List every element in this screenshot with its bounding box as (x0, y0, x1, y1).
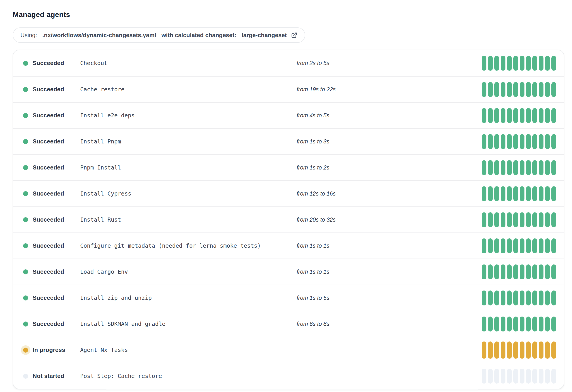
progress-bar (551, 342, 556, 359)
progress-bar (513, 264, 518, 279)
status-cell: Succeeded (23, 86, 80, 93)
agent-row[interactable]: Not startedPost Step: Cache restore (13, 363, 564, 389)
progress-bar (494, 82, 499, 97)
page-title: Managed agents (13, 10, 564, 19)
progress-bar (507, 369, 512, 384)
progress-bar (501, 212, 506, 227)
progress-bar (482, 160, 486, 175)
agent-row[interactable]: SucceededPnpm Installfrom 1s to 2s (13, 154, 564, 180)
progress-bar (539, 82, 543, 97)
progress-bar (526, 342, 531, 359)
agent-row[interactable]: SucceededInstall e2e depsfrom 4s to 5s (13, 102, 564, 128)
progress-bar (551, 56, 556, 71)
agent-row[interactable]: SucceededConfigure git metadata (needed … (13, 232, 564, 259)
progress-bar (526, 212, 531, 227)
progress-bar (507, 317, 512, 331)
progress-bar (482, 238, 486, 253)
progress-bar (520, 82, 524, 97)
duration-text: from 12s to 16s (297, 190, 335, 197)
progress-bar (494, 212, 499, 227)
progress-bar (545, 134, 550, 149)
progress-bar (482, 212, 486, 227)
progress-bar (488, 108, 493, 123)
status-label: Succeeded (32, 242, 64, 249)
progress-bars (482, 186, 556, 201)
progress-bar (545, 291, 550, 305)
progress-bars (482, 56, 556, 71)
agent-row[interactable]: In progressAgent Nx Tasks (13, 337, 564, 363)
progress-bar (520, 108, 524, 123)
progress-bars (482, 369, 556, 384)
progress-bar (551, 134, 556, 149)
progress-bar (501, 264, 506, 279)
progress-bar (520, 369, 524, 384)
progress-bar (501, 134, 506, 149)
workflow-banner[interactable]: Using: .nx/workflows/dynamic-changesets.… (13, 27, 305, 43)
step-name: Install SDKMAN and gradle (80, 321, 297, 327)
progress-bar (551, 291, 556, 305)
step-name: Pnpm Install (80, 164, 297, 171)
progress-bar (532, 264, 537, 279)
progress-bar (488, 56, 493, 71)
status-dot-succeeded (23, 217, 28, 222)
status-cell: Succeeded (23, 138, 80, 145)
progress-bar (482, 291, 486, 305)
progress-bar (507, 264, 512, 279)
status-cell: Not started (23, 373, 80, 379)
managed-agents-page: Managed agents Using: .nx/workflows/dyna… (0, 0, 572, 391)
progress-bar (526, 317, 531, 331)
progress-bar (488, 342, 493, 359)
agent-row[interactable]: SucceededCheckoutfrom 2s to 5s (13, 50, 564, 76)
progress-bar (532, 291, 537, 305)
progress-bar (539, 291, 543, 305)
progress-bar (551, 317, 556, 331)
progress-bar (482, 369, 486, 384)
external-link-icon[interactable] (291, 32, 298, 38)
progress-bar (488, 264, 493, 279)
progress-bar (532, 160, 537, 175)
progress-bar (494, 317, 499, 331)
status-cell: Succeeded (23, 242, 80, 249)
agent-row[interactable]: SucceededLoad Cargo Envfrom 1s to 1s (13, 259, 564, 285)
status-dot-succeeded (23, 113, 28, 118)
progress-bar (520, 342, 524, 359)
progress-bar (551, 186, 556, 201)
status-dot-not-started (23, 374, 28, 379)
agent-row[interactable]: SucceededInstall Cypressfrom 12s to 16s (13, 180, 564, 206)
progress-bar (551, 82, 556, 97)
progress-bars (482, 317, 556, 331)
progress-bar (482, 134, 486, 149)
agent-row[interactable]: SucceededInstall Pnpmfrom 1s to 3s (13, 128, 564, 154)
agent-row[interactable]: SucceededInstall SDKMAN and gradlefrom 6… (13, 311, 564, 337)
progress-bar (501, 291, 506, 305)
step-name: Load Cargo Env (80, 268, 297, 275)
status-label: Succeeded (32, 320, 64, 327)
progress-bar (507, 82, 512, 97)
agent-row[interactable]: SucceededInstall Rustfrom 20s to 32s (13, 206, 564, 232)
progress-bar (532, 238, 537, 253)
status-cell: Succeeded (23, 190, 80, 197)
progress-bars (482, 291, 556, 305)
progress-bar (545, 342, 550, 359)
progress-bar (513, 369, 518, 384)
status-label: Succeeded (32, 268, 64, 275)
duration-text: from 1s to 3s (297, 138, 330, 145)
progress-bar (532, 369, 537, 384)
progress-bars (482, 264, 556, 279)
agent-row[interactable]: SucceededInstall zip and unzipfrom 1s to… (13, 285, 564, 311)
progress-bar (545, 212, 550, 227)
progress-bar (545, 56, 550, 71)
status-cell: Succeeded (23, 60, 80, 67)
progress-bar (539, 134, 543, 149)
progress-bar (526, 238, 531, 253)
agent-row[interactable]: SucceededCache restorefrom 19s to 22s (13, 76, 564, 102)
progress-bar (507, 108, 512, 123)
progress-bar (501, 317, 506, 331)
status-dot-in-progress (23, 348, 28, 353)
progress-bar (494, 369, 499, 384)
status-label: Succeeded (32, 86, 64, 93)
progress-bar (532, 186, 537, 201)
status-label: Not started (32, 373, 64, 379)
progress-bar (507, 342, 512, 359)
progress-bar (482, 56, 486, 71)
